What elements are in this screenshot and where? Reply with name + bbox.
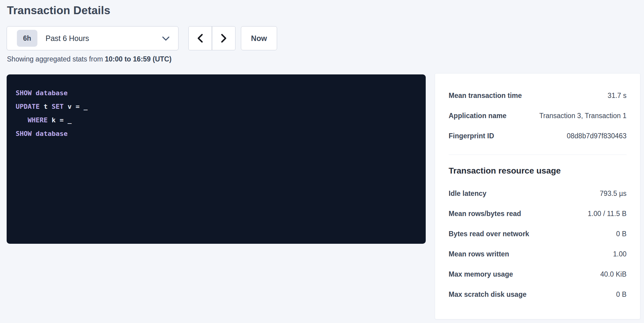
- stat-value: 0 B: [616, 290, 627, 299]
- stat-row: Bytes read over network0 B: [449, 224, 627, 244]
- time-range-nav: [188, 26, 235, 50]
- chevron-right-icon: [220, 34, 227, 43]
- stat-row: Mean transaction time31.7 s: [449, 86, 627, 106]
- sql-identifier-token: k = _: [48, 116, 71, 124]
- stat-label: Max scratch disk usage: [449, 290, 526, 299]
- stat-row: Max scratch disk usage0 B: [449, 284, 627, 305]
- chevron-left-icon: [197, 34, 204, 43]
- stat-label: Mean transaction time: [449, 92, 522, 100]
- stat-value: Transaction 3, Transaction 1: [539, 112, 627, 120]
- stat-label: Idle latency: [449, 190, 486, 198]
- time-range-label: Past 6 Hours: [46, 34, 89, 43]
- sql-identifier-token: [16, 116, 28, 124]
- stat-row: Fingerprint ID08d8b7d97f830463: [449, 126, 627, 146]
- stat-row: Mean rows written1.00: [449, 244, 627, 264]
- resource-usage-heading: Transaction resource usage: [449, 166, 627, 176]
- sql-keyword-token: SHOW database: [16, 130, 68, 137]
- stat-value: 793.5 µs: [600, 190, 627, 198]
- sql-keyword-token: UPDATE: [16, 103, 39, 110]
- now-button[interactable]: Now: [241, 26, 277, 50]
- stat-value: 31.7 s: [608, 92, 627, 100]
- time-controls: 6h Past 6 Hours Now: [0, 26, 644, 50]
- overview-stats: Mean transaction time31.7 sApplication n…: [449, 86, 627, 146]
- sql-fingerprint-box: SHOW database UPDATE t SET v = _ WHERE k…: [7, 74, 426, 244]
- stat-label: Application name: [449, 112, 507, 120]
- sql-identifier-token: v = _: [64, 103, 87, 110]
- sql-keyword-token: WHERE: [28, 116, 48, 124]
- stat-label: Fingerprint ID: [449, 132, 494, 140]
- card-divider: [449, 155, 627, 155]
- stat-row: Max memory usage40.0 KiB: [449, 264, 627, 284]
- next-range-button[interactable]: [212, 26, 235, 50]
- stat-row: Application nameTransaction 3, Transacti…: [449, 106, 627, 126]
- aggregation-summary-prefix: Showing aggregated stats from: [7, 55, 105, 63]
- resource-usage-stats: Idle latency793.5 µsMean rows/bytes read…: [449, 183, 627, 305]
- stat-label: Mean rows/bytes read: [449, 210, 521, 218]
- page-title: Transaction Details: [7, 4, 110, 17]
- stat-row: Mean rows/bytes read1.00 / 11.5 B: [449, 204, 627, 224]
- stat-value: 40.0 KiB: [600, 270, 627, 278]
- stat-value: 0 B: [616, 230, 627, 238]
- time-range-select[interactable]: 6h Past 6 Hours: [7, 26, 178, 50]
- aggregation-summary: Showing aggregated stats from 10:00 to 1…: [7, 55, 172, 63]
- chevron-down-icon: [162, 36, 170, 41]
- stat-label: Max memory usage: [449, 270, 513, 278]
- stat-row: Idle latency793.5 µs: [449, 183, 627, 204]
- prev-range-button[interactable]: [188, 26, 212, 50]
- stat-label: Mean rows written: [449, 250, 509, 258]
- sql-identifier-token: t: [39, 103, 52, 110]
- stat-value: 08d8b7d97f830463: [567, 132, 627, 140]
- stat-label: Bytes read over network: [449, 230, 529, 238]
- stat-value: 1.00 / 11.5 B: [588, 210, 627, 218]
- sql-statement-text: SHOW database UPDATE t SET v = _ WHERE k…: [7, 74, 426, 152]
- time-range-badge: 6h: [17, 30, 37, 47]
- sql-keyword-token: SET: [52, 103, 64, 110]
- stat-value: 1.00: [613, 250, 627, 258]
- aggregation-summary-range: 10:00 to 16:59 (UTC): [105, 55, 172, 63]
- sql-keyword-token: SHOW database: [16, 89, 68, 97]
- transaction-summary-card: Mean transaction time31.7 sApplication n…: [435, 73, 640, 319]
